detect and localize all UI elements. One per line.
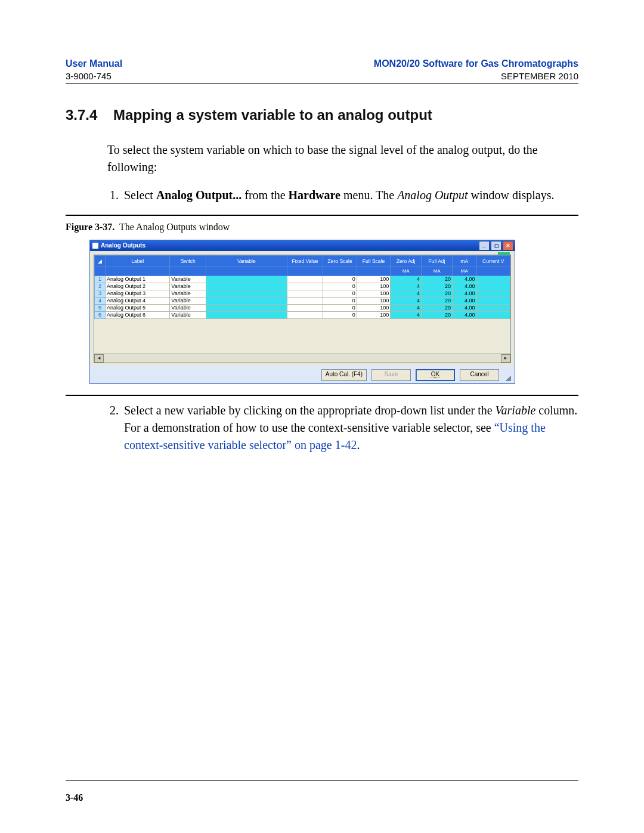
step2-italic: Variable — [496, 404, 536, 417]
body-text: To select the system variable on which t… — [107, 141, 578, 204]
ok-button[interactable]: OK — [416, 369, 455, 381]
autocal-button[interactable]: Auto Cal. (F4) — [321, 369, 367, 381]
col-ma[interactable]: mA — [452, 255, 476, 267]
page: User Manual 3-9000-745 MON20/20 Software… — [0, 0, 644, 833]
row-number[interactable]: 3 — [95, 290, 106, 297]
section-title: Mapping a system variable to an analog o… — [113, 107, 432, 123]
col-full-scale[interactable]: Full Scale — [357, 255, 390, 267]
page-number: 3-46 — [66, 792, 83, 803]
maximize-button[interactable]: ◻ — [491, 241, 501, 250]
step-list: Select Analog Output... from the Hardwar… — [122, 187, 578, 204]
cancel-button[interactable]: Cancel — [460, 369, 499, 381]
figure-text: The Analog Outputs window — [119, 222, 230, 232]
header-product: MON20/20 Software for Gas Chromatographs — [374, 57, 578, 70]
cell-label[interactable]: Analog Output 1 — [106, 275, 170, 283]
col-label[interactable]: Label — [106, 255, 170, 267]
step-2: Select a new variable by clicking on the… — [122, 402, 578, 454]
scroll-left-icon[interactable]: ◄ — [94, 354, 104, 363]
col-zero-scale[interactable]: Zero Scale — [323, 255, 357, 267]
row-number[interactable]: 4 — [95, 297, 106, 304]
intro-paragraph: To select the system variable on which t… — [107, 141, 578, 176]
scroll-right-icon[interactable]: ► — [501, 354, 510, 363]
cell-full[interactable]: 100 — [357, 275, 390, 283]
step1-bold-analog: Analog Output... — [156, 188, 242, 202]
analog-outputs-window: Analog Outputs _ ◻ ✕ ◢ Label Switch — [89, 240, 515, 384]
section-number: 3.7.4 — [66, 107, 97, 123]
header-right: MON20/20 Software for Gas Chromatographs… — [374, 57, 578, 82]
cell-variable[interactable] — [206, 275, 287, 283]
resize-grip-icon[interactable] — [504, 374, 511, 381]
scroll-track[interactable] — [104, 354, 501, 363]
close-button[interactable]: ✕ — [503, 241, 513, 250]
row-number[interactable]: 2 — [95, 283, 106, 290]
col-variable[interactable]: Variable — [206, 255, 287, 267]
table-row[interactable]: 4 Analog Output 4 Variable 0 100 4 20 4.… — [95, 297, 510, 304]
running-header: User Manual 3-9000-745 MON20/20 Software… — [66, 57, 578, 82]
step-list-cont: Select a new variable by clicking on the… — [122, 402, 578, 454]
grid-empty-area — [94, 319, 510, 354]
col-current[interactable]: Current V — [476, 255, 510, 267]
button-row: Auto Cal. (F4) Save OK Cancel — [90, 366, 515, 383]
app-icon — [92, 243, 98, 249]
header-user-manual: User Manual — [66, 57, 122, 70]
table-row[interactable]: 3 Analog Output 3 Variable 0 100 4 20 4.… — [95, 290, 510, 297]
row-number[interactable]: 1 — [95, 275, 106, 283]
col-full-adj[interactable]: Full Adj — [422, 255, 453, 267]
figure-label: Figure 3-37. — [66, 222, 114, 232]
cell-switch[interactable]: Variable — [170, 275, 206, 283]
window-title: Analog Outputs — [101, 242, 478, 249]
footer-rule — [66, 780, 578, 781]
cell-current[interactable] — [476, 275, 510, 283]
section-heading: 3.7.4 Mapping a system variable to an an… — [66, 107, 578, 123]
table-row[interactable]: 6 Analog Output 6 Variable 0 100 4 20 4.… — [95, 311, 510, 318]
col-fixed[interactable]: Fixed Value — [287, 255, 323, 267]
header-left: User Manual 3-9000-745 — [66, 57, 122, 82]
minimize-button[interactable]: _ — [479, 241, 490, 250]
col-zero-adj[interactable]: Zero Adj — [391, 255, 422, 267]
header-rule — [66, 83, 578, 84]
data-grid[interactable]: ◢ Label Switch Variable Fixed Value Zero… — [94, 255, 511, 363]
figure-rule-bottom — [66, 395, 578, 396]
col-corner[interactable]: ◢ — [95, 255, 106, 267]
step1-italic: Analog Output — [397, 188, 467, 202]
row-number[interactable]: 6 — [95, 311, 106, 318]
unit-ma: MA — [452, 267, 476, 275]
save-button[interactable]: Save — [371, 369, 411, 381]
window-body: ◢ Label Switch Variable Fixed Value Zero… — [90, 251, 515, 366]
unit-full-adj: MA — [422, 267, 453, 275]
horizontal-scrollbar[interactable]: ◄ ► — [94, 354, 510, 363]
cell-zero[interactable]: 0 — [323, 275, 357, 283]
analog-outputs-table[interactable]: ◢ Label Switch Variable Fixed Value Zero… — [94, 255, 510, 319]
cell-ma[interactable]: 4.00 — [452, 275, 476, 283]
body-text-2: Select a new variable by clicking on the… — [107, 402, 578, 454]
step-1: Select Analog Output... from the Hardwar… — [122, 187, 578, 204]
units-row: MA MA MA — [95, 267, 510, 275]
window-titlebar[interactable]: Analog Outputs _ ◻ ✕ — [90, 240, 515, 251]
cell-fixed[interactable] — [287, 275, 323, 283]
step1-bold-hardware: Hardware — [289, 188, 340, 202]
table-row[interactable]: 1 Analog Output 1 Variable 0 100 4 20 4.… — [95, 275, 510, 283]
table-row[interactable]: 5 Analog Output 5 Variable 0 100 4 20 4.… — [95, 304, 510, 311]
status-indicator-icon — [498, 252, 510, 255]
header-docnum: 3-9000-745 — [66, 70, 122, 82]
cell-fadj[interactable]: 20 — [422, 275, 453, 283]
row-number[interactable]: 5 — [95, 304, 106, 311]
figure-caption: Figure 3-37. The Analog Outputs window — [66, 222, 578, 233]
cell-zadj[interactable]: 4 — [391, 275, 422, 283]
header-row: ◢ Label Switch Variable Fixed Value Zero… — [95, 255, 510, 267]
header-date: SEPTEMBER 2010 — [374, 70, 578, 82]
table-row[interactable]: 2 Analog Output 2 Variable 0 100 4 20 4.… — [95, 283, 510, 290]
col-switch[interactable]: Switch — [170, 255, 206, 267]
figure-rule-top — [66, 215, 578, 216]
unit-zero-adj: MA — [391, 267, 422, 275]
